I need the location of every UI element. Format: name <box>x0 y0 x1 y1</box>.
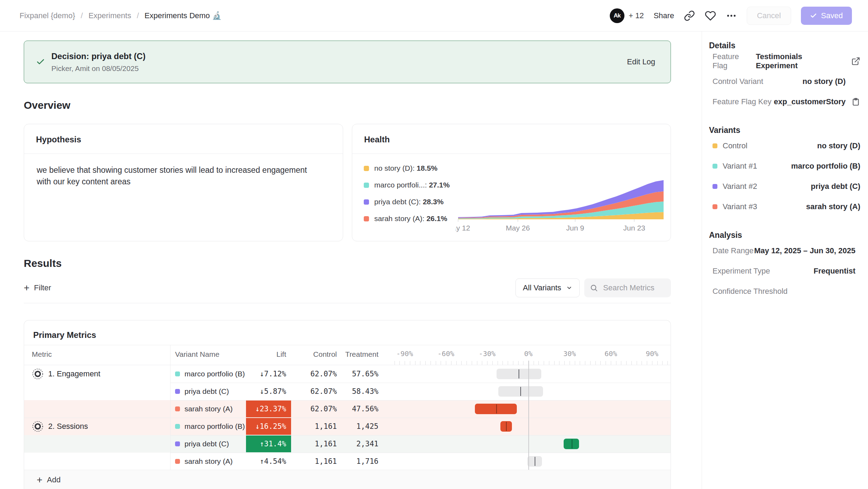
axis-minor-tick <box>523 361 523 365</box>
axis-minor-tick <box>410 361 410 365</box>
axis-minor-tick <box>405 361 405 365</box>
metric-name: 2. Sessions <box>48 422 88 431</box>
metrics-table: Metric Variant Name Lift Control Treatme… <box>24 345 671 470</box>
axis-minor-tick <box>451 361 451 365</box>
axis-minor-tick <box>647 361 647 365</box>
table-row[interactable]: priya debt (C)↑31.4%1,1612,341 <box>24 435 671 453</box>
table-row[interactable]: sarah story (A)↑4.54%1,1611,716 <box>24 453 671 470</box>
control-value: 62.07% <box>291 400 337 418</box>
add-metric-button[interactable]: + Add <box>24 470 671 489</box>
analysis-label: Confidence Threshold <box>713 287 788 296</box>
treatment-value: 47.56% <box>337 400 378 418</box>
lift-value: ↑31.4% <box>246 435 291 452</box>
breadcrumb-current: Experiments Demo 🔬 <box>145 11 222 20</box>
axis-minor-tick <box>590 361 591 365</box>
variant-label: Variant #3 <box>723 202 757 211</box>
variants-section: Controlno story (D)Variant #1marco portf… <box>709 136 860 217</box>
add-filter-button[interactable]: + Filter <box>24 283 51 293</box>
variant-name: marco portfolio (B) <box>185 370 245 378</box>
external-link-slot[interactable] <box>851 57 860 66</box>
axis-minor-tick <box>395 361 395 365</box>
main-content: Decision: priya debt (C) Picker, Amit on… <box>0 31 702 489</box>
axis-minor-tick <box>595 361 596 365</box>
variant-name: priya debt (C) <box>185 440 229 448</box>
axis-tick-label: 90% <box>636 349 668 358</box>
saved-label: Saved <box>821 11 843 20</box>
table-row[interactable]: priya debt (C)↓5.87%62.07%58.43% <box>24 383 671 400</box>
analysis-row: Experiment TypeFrequentist <box>709 261 860 281</box>
axis-minor-tick <box>570 361 570 365</box>
axis-tick-label: -60% <box>430 349 462 358</box>
plus-icon: + <box>24 283 29 293</box>
axis-minor-tick <box>399 361 400 365</box>
copy-slot[interactable] <box>851 97 860 106</box>
cancel-button[interactable]: Cancel <box>747 7 791 25</box>
row-divider <box>170 453 671 453</box>
col-control: Control <box>291 350 337 359</box>
table-row[interactable]: 2. Sessionsmarco portfolio (B)↓16.25%1,1… <box>24 418 671 435</box>
decision-subtitle: Picker, Amit on 08/05/2025 <box>51 64 145 73</box>
col-treatment: Treatment <box>337 350 378 359</box>
axis-minor-tick <box>461 361 462 365</box>
axis-minor-tick <box>513 361 513 365</box>
more-options-icon[interactable] <box>726 10 737 21</box>
filter-label: Filter <box>34 283 51 292</box>
legend-swatch <box>364 166 369 171</box>
variant-swatch <box>713 143 717 148</box>
axis-minor-tick <box>498 361 498 365</box>
variant-cell: sarah story (A) <box>175 453 233 470</box>
variants-dropdown[interactable]: All Variants <box>515 278 580 297</box>
legend-label: priya debt (C): 28.3% <box>374 198 443 206</box>
analysis-value: May 12, 2025 – Jun 30, 2025 <box>754 246 855 255</box>
table-row[interactable]: sarah story (A)↓23.37%62.07%47.56% <box>24 400 671 418</box>
favorite-heart-icon[interactable] <box>705 10 716 21</box>
col-variant: Variant Name <box>175 350 219 359</box>
zero-line <box>528 361 529 470</box>
decision-banner: Decision: priya debt (C) Picker, Amit on… <box>24 41 671 83</box>
edit-log-link[interactable]: Edit Log <box>627 57 655 66</box>
axis-tick-label: -30% <box>471 349 503 358</box>
variant-cell: marco portfolio (B) <box>175 365 245 383</box>
details-value: exp_customerStory <box>774 97 846 106</box>
external-link-icon[interactable] <box>851 57 860 66</box>
saved-button[interactable]: Saved <box>801 7 852 25</box>
search-icon <box>590 284 598 292</box>
axis-minor-tick <box>544 361 544 365</box>
axis-minor-tick <box>549 361 549 365</box>
col-lift: Lift <box>246 350 286 359</box>
axis-minor-tick <box>621 361 621 365</box>
axis-minor-tick <box>626 361 627 365</box>
metric-cell: 2. Sessions <box>32 418 88 435</box>
breadcrumb: Fixpanel {demo} / Experiments / Experime… <box>20 11 222 20</box>
treatment-value: 2,341 <box>337 435 378 453</box>
treatment-value: 1,716 <box>337 453 378 470</box>
copy-icon[interactable] <box>851 97 860 106</box>
confidence-interval-bar <box>475 404 517 414</box>
axis-minor-tick <box>487 361 487 365</box>
avatar[interactable]: Ak <box>610 8 624 23</box>
legend-item: priya debt (C): 28.3% <box>364 193 450 210</box>
variant-cell: sarah story (A) <box>175 400 233 418</box>
legend-swatch <box>364 183 369 188</box>
variant-swatch <box>175 459 180 464</box>
variant-name: priya debt (C) <box>185 387 229 396</box>
share-button[interactable]: Share <box>653 11 674 20</box>
x-axis-label: Jun 23 <box>623 224 645 232</box>
confidence-interval-mid-tick <box>519 369 519 378</box>
axis-minor-tick <box>492 361 493 365</box>
copy-link-icon[interactable] <box>684 10 695 21</box>
right-sidebar: Details Feature FlagTestimonials Experim… <box>702 31 868 489</box>
search-metrics-input[interactable] <box>602 283 665 293</box>
metric-goal-icon <box>32 368 44 380</box>
details-value: no story (D) <box>803 77 846 86</box>
table-row[interactable]: 1. Engagementmarco portfolio (B)↓7.12%62… <box>24 365 671 383</box>
column-divider <box>170 345 171 470</box>
breadcrumb-experiments[interactable]: Experiments <box>88 11 131 20</box>
analysis-section: Date RangeMay 12, 2025 – Jun 30, 2025Exp… <box>709 241 860 302</box>
row-divider <box>170 383 671 383</box>
variant-name: sarah story (A) <box>185 457 233 466</box>
row-divider <box>170 435 671 435</box>
breadcrumb-project[interactable]: Fixpanel {demo} <box>20 11 75 20</box>
confidence-interval-mid-tick <box>496 404 497 413</box>
legend-swatch <box>364 216 369 221</box>
